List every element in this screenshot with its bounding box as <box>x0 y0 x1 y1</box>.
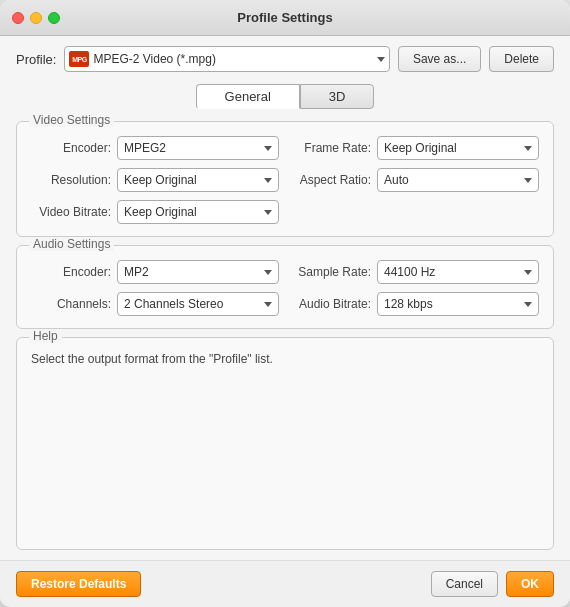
resolution-row: Resolution: Keep Original <box>31 168 279 192</box>
audio-settings-section: Audio Settings Encoder: MP2 Sample Rate:… <box>16 245 554 329</box>
cancel-button[interactable]: Cancel <box>431 571 498 597</box>
aspect-ratio-chevron-icon <box>524 178 532 183</box>
aspect-ratio-label: Aspect Ratio: <box>291 173 371 187</box>
audio-encoder-row: Encoder: MP2 <box>31 260 279 284</box>
resolution-value: Keep Original <box>124 173 260 187</box>
video-bitrate-row: Video Bitrate: Keep Original <box>31 200 279 224</box>
encoder-label: Encoder: <box>31 141 111 155</box>
sample-rate-select[interactable]: 44100 Hz <box>377 260 539 284</box>
channels-row: Channels: 2 Channels Stereo <box>31 292 279 316</box>
frame-rate-label: Frame Rate: <box>291 141 371 155</box>
aspect-ratio-select[interactable]: Auto <box>377 168 539 192</box>
encoder-row: Encoder: MPEG2 <box>31 136 279 160</box>
channels-value: 2 Channels Stereo <box>124 297 260 311</box>
audio-bitrate-label: Audio Bitrate: <box>291 297 371 311</box>
profile-label: Profile: <box>16 52 56 67</box>
encoder-value: MPEG2 <box>124 141 260 155</box>
video-bitrate-select[interactable]: Keep Original <box>117 200 279 224</box>
frame-rate-select[interactable]: Keep Original <box>377 136 539 160</box>
delete-button[interactable]: Delete <box>489 46 554 72</box>
profile-select-wrapper[interactable]: MPG MPEG-2 Video (*.mpg) <box>64 46 389 72</box>
restore-defaults-button[interactable]: Restore Defaults <box>16 571 141 597</box>
profile-icon: MPG <box>69 51 89 67</box>
title-bar: Profile Settings <box>0 0 570 36</box>
resolution-select[interactable]: Keep Original <box>117 168 279 192</box>
encoder-chevron-icon <box>264 146 272 151</box>
channels-chevron-icon <box>264 302 272 307</box>
audio-encoder-label: Encoder: <box>31 265 111 279</box>
maximize-button[interactable] <box>48 12 60 24</box>
audio-bitrate-chevron-icon <box>524 302 532 307</box>
audio-settings-title: Audio Settings <box>29 237 114 251</box>
profile-value: MPEG-2 Video (*.mpg) <box>93 52 372 66</box>
window: Profile Settings Profile: MPG MPEG-2 Vid… <box>0 0 570 607</box>
help-section: Help Select the output format from the "… <box>16 337 554 550</box>
content-area: Profile: MPG MPEG-2 Video (*.mpg) Save a… <box>0 36 570 560</box>
frame-rate-row: Frame Rate: Keep Original <box>291 136 539 160</box>
channels-select[interactable]: 2 Channels Stereo <box>117 292 279 316</box>
help-text: Select the output format from the "Profi… <box>31 352 539 366</box>
channels-label: Channels: <box>31 297 111 311</box>
audio-bitrate-row: Audio Bitrate: 128 kbps <box>291 292 539 316</box>
aspect-ratio-value: Auto <box>384 173 520 187</box>
video-settings-section: Video Settings Encoder: MPEG2 Frame Rate… <box>16 121 554 237</box>
resolution-chevron-icon <box>264 178 272 183</box>
audio-settings-grid: Encoder: MP2 Sample Rate: 44100 Hz <box>31 260 539 316</box>
profile-chevron-icon <box>377 57 385 62</box>
video-settings-title: Video Settings <box>29 113 114 127</box>
audio-bitrate-select[interactable]: 128 kbps <box>377 292 539 316</box>
audio-encoder-chevron-icon <box>264 270 272 275</box>
profile-row: Profile: MPG MPEG-2 Video (*.mpg) Save a… <box>16 46 554 72</box>
tabs-row: General 3D <box>16 84 554 109</box>
window-title: Profile Settings <box>237 10 332 25</box>
video-bitrate-value: Keep Original <box>124 205 260 219</box>
sample-rate-label: Sample Rate: <box>291 265 371 279</box>
traffic-lights <box>12 12 60 24</box>
frame-rate-chevron-icon <box>524 146 532 151</box>
sample-rate-chevron-icon <box>524 270 532 275</box>
save-as-button[interactable]: Save as... <box>398 46 481 72</box>
audio-bitrate-value: 128 kbps <box>384 297 520 311</box>
video-settings-grid: Encoder: MPEG2 Frame Rate: Keep Original <box>31 136 539 224</box>
encoder-select[interactable]: MPEG2 <box>117 136 279 160</box>
sample-rate-row: Sample Rate: 44100 Hz <box>291 260 539 284</box>
minimize-button[interactable] <box>30 12 42 24</box>
ok-button[interactable]: OK <box>506 571 554 597</box>
sample-rate-value: 44100 Hz <box>384 265 520 279</box>
video-bitrate-label: Video Bitrate: <box>31 205 111 219</box>
help-title: Help <box>29 329 62 343</box>
audio-encoder-value: MP2 <box>124 265 260 279</box>
frame-rate-value: Keep Original <box>384 141 520 155</box>
tab-3d[interactable]: 3D <box>300 84 375 109</box>
close-button[interactable] <box>12 12 24 24</box>
bottom-right-buttons: Cancel OK <box>431 571 554 597</box>
tab-general[interactable]: General <box>196 84 300 109</box>
bottom-bar: Restore Defaults Cancel OK <box>0 560 570 607</box>
aspect-ratio-row: Aspect Ratio: Auto <box>291 168 539 192</box>
audio-encoder-select[interactable]: MP2 <box>117 260 279 284</box>
resolution-label: Resolution: <box>31 173 111 187</box>
video-bitrate-chevron-icon <box>264 210 272 215</box>
